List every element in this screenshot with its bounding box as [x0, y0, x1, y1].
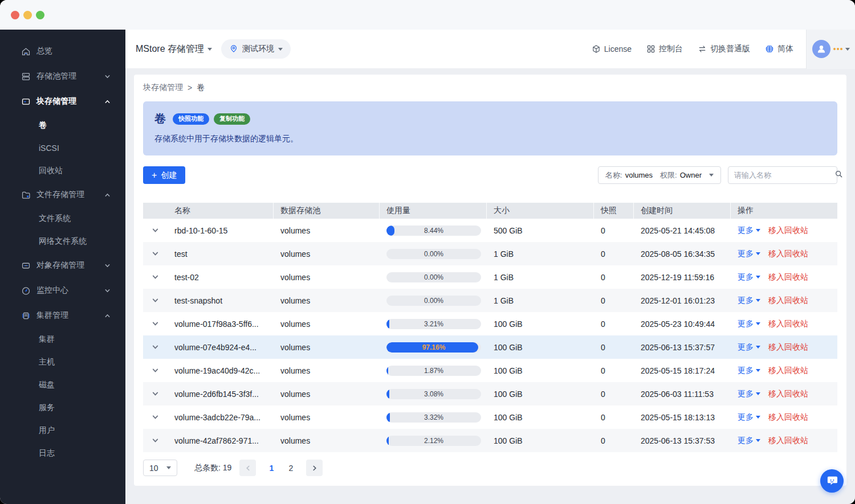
content-card: 块存储管理 > 卷 卷 快照功能复制功能 存储系统中用于存储块数据的逻辑单元。 … [134, 75, 846, 486]
prev-page-button[interactable] [239, 460, 256, 476]
search-input[interactable] [734, 171, 834, 179]
sidebar-item-集群管理[interactable]: 集群管理 [0, 303, 125, 328]
environment-selector[interactable]: 测试环境 [221, 39, 291, 59]
move-to-recycle-button[interactable]: 移入回收站 [768, 389, 808, 399]
row-expand-button[interactable] [143, 320, 168, 327]
row-expand-button[interactable] [143, 413, 168, 421]
move-to-recycle-button[interactable]: 移入回收站 [768, 296, 808, 306]
cell-snapshots: 0 [594, 273, 634, 282]
search-icon[interactable] [834, 170, 843, 181]
cell-actions: 更多移入回收站 [731, 319, 837, 329]
minimize-window-button[interactable] [23, 11, 32, 19]
user-menu[interactable] [806, 30, 855, 69]
chevron-down-icon [104, 288, 111, 294]
sidebar-item-日志[interactable]: 日志 [0, 442, 125, 465]
more-actions-button[interactable]: 更多 [738, 412, 760, 423]
sidebar-item-网络文件系统[interactable]: 网络文件系统 [0, 230, 125, 253]
cell-name: volume-07e4b924-e4... [168, 343, 274, 352]
sidebar-item-label: 存储池管理 [36, 71, 76, 81]
sidebar-item-块存储管理[interactable]: 块存储管理 [0, 89, 125, 114]
cell-created: 2025-05-15 18:17:24 [634, 366, 731, 375]
more-actions-button[interactable]: 更多 [738, 366, 760, 376]
row-expand-button[interactable] [143, 273, 168, 281]
cell-pool: volumes [274, 343, 380, 352]
page-number-1[interactable]: 1 [264, 460, 279, 476]
move-to-recycle-button[interactable]: 移入回收站 [768, 412, 808, 423]
sidebar-item-磁盘[interactable]: 磁盘 [0, 374, 125, 396]
header-link-label: 简体 [777, 44, 793, 54]
move-to-recycle-button[interactable]: 移入回收站 [768, 272, 808, 282]
row-expand-button[interactable] [143, 390, 168, 398]
close-window-button[interactable] [11, 11, 19, 19]
move-to-recycle-button[interactable]: 移入回收站 [768, 249, 808, 259]
usage-percent-label: 0.00% [386, 249, 481, 259]
next-page-button[interactable] [306, 460, 323, 476]
more-actions-button[interactable]: 更多 [738, 342, 760, 353]
more-actions-button[interactable]: 更多 [738, 249, 760, 259]
sidebar-item-文件系统[interactable]: 文件系统 [0, 207, 125, 230]
sidebar-item-主机[interactable]: 主机 [0, 351, 125, 374]
sidebar-item-iSCSI[interactable]: iSCSI [0, 137, 125, 159]
sidebar-item-服务[interactable]: 服务 [0, 396, 125, 419]
chevron-up-icon [104, 192, 111, 198]
cell-actions: 更多移入回收站 [731, 389, 837, 399]
row-expand-button[interactable] [143, 343, 168, 351]
cell-snapshots: 0 [594, 296, 634, 305]
cell-snapshots: 0 [594, 413, 634, 422]
move-to-recycle-button[interactable]: 移入回收站 [768, 319, 808, 329]
move-to-recycle-button[interactable]: 移入回收站 [768, 436, 808, 446]
filter-dropdown[interactable]: 名称: volumes 权限: Owner [598, 166, 721, 184]
filter-name-label: 名称: [605, 170, 622, 181]
cell-usage: 2.12% [380, 436, 487, 446]
header-link-简体[interactable]: 简体 [765, 44, 793, 54]
row-expand-button[interactable] [143, 227, 168, 234]
more-actions-button[interactable]: 更多 [738, 436, 760, 446]
more-actions-button[interactable]: 更多 [738, 226, 760, 236]
toolbar: + 创建 名称: volumes 权限: Owner [143, 166, 837, 184]
sidebar-item-回收站[interactable]: 回收站 [0, 159, 125, 182]
row-expand-button[interactable] [143, 250, 168, 257]
sidebar-item-对象存储管理[interactable]: 对象存储管理 [0, 253, 125, 278]
header-link-控制台[interactable]: 控制台 [646, 44, 683, 54]
sidebar-item-集群[interactable]: 集群 [0, 328, 125, 351]
sidebar-item-label: 集群 [39, 334, 55, 345]
header-link-切换普通版[interactable]: 切换普通版 [698, 44, 750, 54]
chevron-down-icon [152, 343, 159, 351]
app-title-dropdown[interactable]: MStore 存储管理 [136, 43, 212, 55]
breadcrumb-parent[interactable]: 块存储管理 [143, 83, 183, 93]
header-link-License[interactable]: License [592, 44, 632, 54]
sidebar-item-用户[interactable]: 用户 [0, 419, 125, 442]
more-actions-button[interactable]: 更多 [738, 389, 760, 399]
create-button[interactable]: + 创建 [143, 166, 185, 184]
page-size-select[interactable]: 10 [143, 460, 177, 476]
move-to-recycle-button[interactable]: 移入回收站 [768, 226, 808, 236]
table-row: test-02volumes0.00%1 GiB02025-12-19 11:5… [143, 265, 837, 289]
page-title: 卷 [154, 111, 166, 126]
sidebar-item-label: 回收站 [39, 166, 63, 176]
sidebar-item-监控中心[interactable]: 监控中心 [0, 278, 125, 303]
main-area: 块存储管理 > 卷 卷 快照功能复制功能 存储系统中用于存储块数据的逻辑单元。 … [125, 69, 855, 504]
support-chat-button[interactable] [820, 469, 844, 493]
row-expand-button[interactable] [143, 437, 168, 444]
create-button-label: 创建 [161, 170, 177, 181]
sidebar-item-存储池管理[interactable]: 存储池管理 [0, 64, 125, 89]
row-expand-button[interactable] [143, 367, 168, 374]
page-number-2[interactable]: 2 [283, 460, 298, 476]
app-title: MStore 存储管理 [136, 43, 204, 55]
more-actions-button[interactable]: 更多 [738, 296, 760, 306]
sidebar-item-文件存储管理[interactable]: 文件存储管理 [0, 182, 125, 207]
cell-usage: 0.00% [380, 249, 487, 259]
move-to-recycle-button[interactable]: 移入回收站 [768, 366, 808, 376]
sidebar-item-卷[interactable]: 卷 [0, 114, 125, 137]
zoom-window-button[interactable] [36, 11, 44, 19]
row-expand-button[interactable] [143, 297, 168, 304]
cell-snapshots: 0 [594, 390, 634, 399]
cell-pool: volumes [274, 273, 380, 282]
breadcrumb: 块存储管理 > 卷 [143, 83, 837, 93]
move-to-recycle-button[interactable]: 移入回收站 [768, 342, 808, 353]
more-actions-button[interactable]: 更多 [738, 272, 760, 282]
header-link-label: 控制台 [659, 44, 683, 54]
cell-name: test-snapshot [168, 296, 274, 305]
more-actions-button[interactable]: 更多 [738, 319, 760, 329]
sidebar-item-总览[interactable]: 总览 [0, 39, 125, 64]
